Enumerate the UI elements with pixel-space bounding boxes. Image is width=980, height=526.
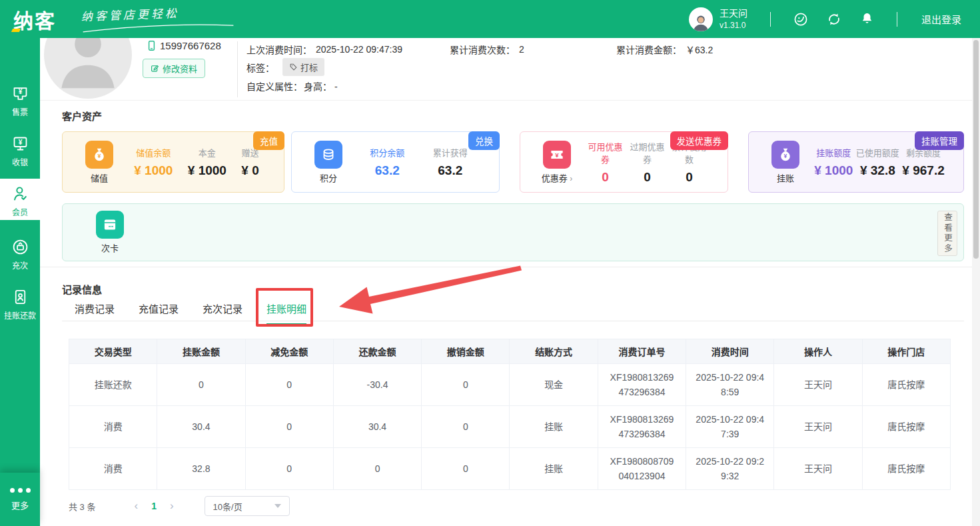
cell: 0 xyxy=(422,448,510,490)
divider xyxy=(62,321,964,321)
tags-row: 标签： 打标 xyxy=(246,58,324,76)
col-header: 操作门店 xyxy=(862,339,950,364)
stat-value: ¥ 1000 xyxy=(188,163,227,178)
send-coupon-button[interactable]: 发送优惠券 xyxy=(670,131,729,150)
custom-attr-value: 身高： - xyxy=(304,79,338,93)
credit-manage-button[interactable]: 挂账管理 xyxy=(915,131,964,150)
chevron-down-icon xyxy=(274,504,281,508)
money-bag-icon: ¥ xyxy=(85,141,113,169)
stat-label: 过期优惠券 xyxy=(626,140,668,165)
stat-value: 0 xyxy=(584,170,626,185)
page-number[interactable]: 1 xyxy=(147,501,161,511)
next-page-button[interactable]: › xyxy=(161,499,183,513)
table-header-row: 交易类型 挂账金额 减免金额 还款金额 撤销金额 结账方式 消费订单号 消费时间… xyxy=(69,339,951,364)
sidebar-item-credit-repay[interactable]: 挂账还款 xyxy=(0,288,40,321)
divider xyxy=(897,12,897,27)
points-stats: 积分余额 63.2 累计获得 63.2 xyxy=(349,146,499,178)
sidebar-item-recharge-times[interactable]: 充次 xyxy=(0,238,40,271)
app-version: v1.31.0 xyxy=(720,20,747,31)
stat-label: 挂账额度 xyxy=(814,146,853,159)
divider xyxy=(770,12,771,27)
custom-attrs-row: 自定义属性： 身高： - xyxy=(246,79,338,93)
stat-balance: 储值余额 ¥ 1000 xyxy=(134,146,173,178)
scrollbar-thumb[interactable] xyxy=(973,40,979,259)
add-tag-button[interactable]: 打标 xyxy=(282,58,324,76)
stored-value-name: 储值 xyxy=(79,171,120,184)
stat-label: 累计获得 xyxy=(433,146,468,159)
divider xyxy=(40,100,980,101)
tab-recharge-records[interactable]: 充值记录 xyxy=(139,301,179,325)
cell: 0 xyxy=(157,364,245,406)
stat-value: 0 xyxy=(668,170,710,185)
points-card: 兑换 积分 积分余额 63.2 累计获得 63.2 xyxy=(291,131,500,193)
col-header: 交易类型 xyxy=(69,339,157,364)
stat-credit-limit: 挂账额度 ¥ 1000 xyxy=(814,146,853,178)
top-bar: 纳客 纳客管店更轻松 王天问 v1.31.0 xyxy=(0,0,980,38)
cell: 30.4 xyxy=(333,406,421,448)
stat-bonus: 赠送 ¥ 0 xyxy=(241,146,258,178)
sidebar-item-members[interactable]: 会员 xyxy=(0,179,40,220)
coupon-name[interactable]: 优惠券 › xyxy=(536,171,578,184)
punch-card-name: 次卡 xyxy=(89,241,131,254)
cell: 0 xyxy=(422,364,510,406)
table-row: 挂账还款 0 0 -30.4 0 现金 XF198081326947329638… xyxy=(69,364,951,406)
records-title: 记录信息 xyxy=(62,282,102,296)
sync-icon[interactable] xyxy=(826,11,842,27)
svg-text:¥: ¥ xyxy=(18,139,22,146)
slogan-text: 纳客管店更轻松 xyxy=(81,2,235,24)
stat-coupons-expired: 过期优惠券 0 xyxy=(626,140,668,185)
pagination: 共 3 条 ‹ 1 › 10条/页 xyxy=(69,496,290,516)
stat-points-balance: 积分余额 63.2 xyxy=(370,146,404,178)
stat-value: 63.2 xyxy=(370,163,404,178)
points-name: 积分 xyxy=(308,171,349,184)
sidebar-item-cashier[interactable]: ¥ 收银 xyxy=(0,135,40,167)
svg-text:¥: ¥ xyxy=(18,88,22,95)
edit-profile-button[interactable]: 修改资料 xyxy=(143,59,205,78)
cell: 0 xyxy=(245,364,333,406)
tab-punch-records[interactable]: 充次记录 xyxy=(203,301,243,325)
page-size-select[interactable]: 10条/页 xyxy=(205,496,290,516)
recharge-button[interactable]: 充值 xyxy=(253,131,284,150)
cell: 2025-10-22 09:29:32 xyxy=(686,448,774,490)
prev-page-button[interactable]: ‹ xyxy=(125,499,147,513)
points-icon-col: 积分 xyxy=(308,141,349,184)
sidebar-item-label: 收银 xyxy=(0,156,40,167)
view-more-button[interactable]: 查看更多 xyxy=(937,211,957,256)
cell: 消费 xyxy=(69,448,157,490)
cell: 王天问 xyxy=(774,406,862,448)
col-header: 消费时间 xyxy=(686,339,774,364)
punch-card-icon-col: 次卡 xyxy=(89,211,131,254)
redeem-button[interactable]: 兑换 xyxy=(468,131,500,150)
cell: 2025-10-22 09:48:59 xyxy=(686,364,774,406)
slogan: 纳客管店更轻松 xyxy=(81,2,235,36)
recharge-times-icon xyxy=(0,238,40,256)
sidebar-item-tickets[interactable]: ¥ 售票 xyxy=(0,85,40,117)
tab-consume-records[interactable]: 消费记录 xyxy=(75,301,115,325)
stat-label: 已使用额度 xyxy=(856,146,899,159)
member-icon xyxy=(0,185,40,203)
user-avatar[interactable] xyxy=(689,7,713,31)
total-amount-label: 累计消费金额： xyxy=(616,43,682,56)
logout-button[interactable]: 退出登录 xyxy=(921,12,961,26)
credit-card: 挂账管理 ¥ 挂账 挂账额度 ¥ 1000 已使用额度 ¥ 32.8 剩余额度 … xyxy=(748,131,964,193)
logo-accent xyxy=(11,29,21,32)
col-header: 撤销金额 xyxy=(422,339,510,364)
cashier-icon: ¥ xyxy=(0,135,40,153)
cell: 0 xyxy=(245,448,333,490)
customer-phone: 15997667628 xyxy=(146,40,221,51)
credit-detail-table: 交易类型 挂账金额 减免金额 还款金额 撤销金额 结账方式 消费订单号 消费时间… xyxy=(69,339,951,490)
stat-value: ¥ 1000 xyxy=(134,163,173,178)
total-count-value: 2 xyxy=(519,44,524,55)
cell: 0 xyxy=(245,406,333,448)
svg-text:¥: ¥ xyxy=(784,153,787,159)
svg-text:¥: ¥ xyxy=(98,153,101,159)
tags-label: 标签： xyxy=(246,61,274,74)
sidebar-item-more[interactable]: 更多 xyxy=(0,473,40,526)
bell-icon[interactable] xyxy=(859,11,875,27)
stored-value-card: 充值 ¥ 储值 储值余额 ¥ 1000 本金 ¥ 1000 赠送 ¥ 0 xyxy=(62,131,284,193)
globe-icon[interactable] xyxy=(793,11,809,27)
cell: 0 xyxy=(333,448,421,490)
stat-value: 0 xyxy=(626,170,668,185)
person-icon xyxy=(691,13,711,31)
stat-points-earned: 累计获得 63.2 xyxy=(433,146,468,178)
